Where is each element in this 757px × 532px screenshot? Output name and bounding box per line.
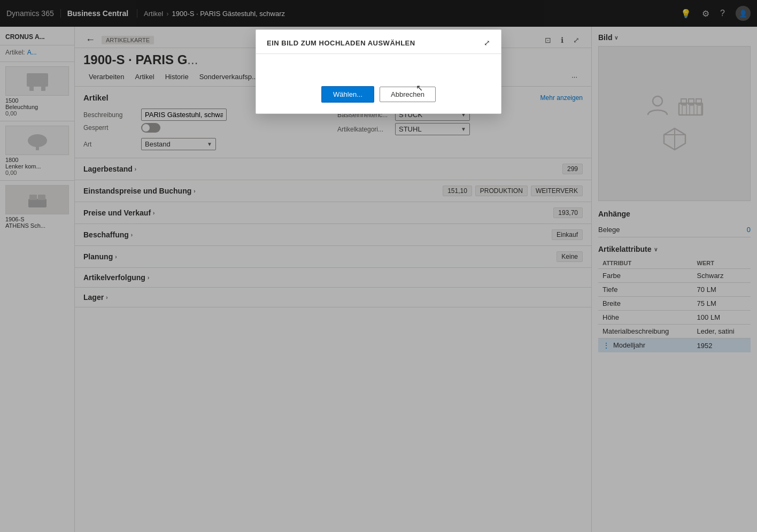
waehlen-button[interactable]: Wählen... xyxy=(321,86,374,103)
dialog-header: EIN BILD ZUM HOCHLADEN AUSWÄHLEN ⤢ xyxy=(256,30,501,54)
upload-dialog: EIN BILD ZUM HOCHLADEN AUSWÄHLEN ⤢ Wähle… xyxy=(256,29,501,114)
dialog-overlay: EIN BILD ZUM HOCHLADEN AUSWÄHLEN ⤢ Wähle… xyxy=(0,0,757,532)
dialog-body xyxy=(256,54,501,80)
dialog-expand-button[interactable]: ⤢ xyxy=(484,38,490,47)
dialog-footer: Wählen... Abbrechen xyxy=(256,80,501,113)
abbrechen-button[interactable]: Abbrechen xyxy=(380,87,436,102)
dialog-title: EIN BILD ZUM HOCHLADEN AUSWÄHLEN xyxy=(267,39,415,47)
